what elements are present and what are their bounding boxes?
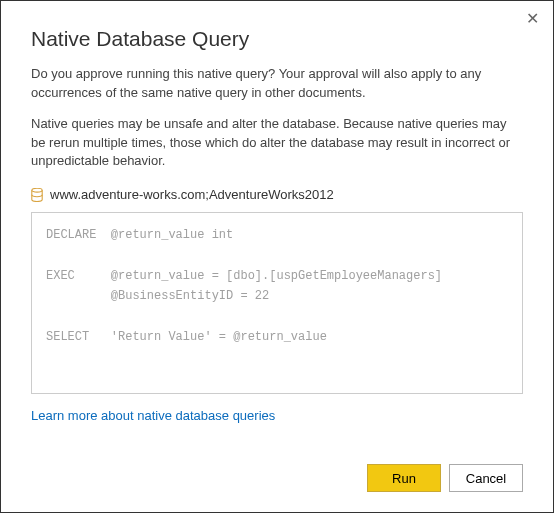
query-preview: DECLARE @return_value int EXEC @return_v…: [31, 212, 523, 394]
native-query-dialog: ✕ Native Database Query Do you approve r…: [1, 1, 553, 512]
close-button[interactable]: ✕: [526, 11, 539, 27]
data-source-label: www.adventure-works.com;AdventureWorks20…: [50, 187, 334, 202]
learn-more-link[interactable]: Learn more about native database queries: [31, 408, 523, 423]
run-button[interactable]: Run: [367, 464, 441, 492]
button-row: Run Cancel: [31, 446, 523, 492]
approval-text: Do you approve running this native query…: [31, 65, 523, 103]
svg-point-0: [32, 188, 42, 192]
dialog-title: Native Database Query: [31, 27, 523, 51]
warning-text: Native queries may be unsafe and alter t…: [31, 115, 523, 172]
data-source-row: www.adventure-works.com;AdventureWorks20…: [31, 187, 523, 202]
cancel-button[interactable]: Cancel: [449, 464, 523, 492]
database-icon: [31, 188, 43, 202]
